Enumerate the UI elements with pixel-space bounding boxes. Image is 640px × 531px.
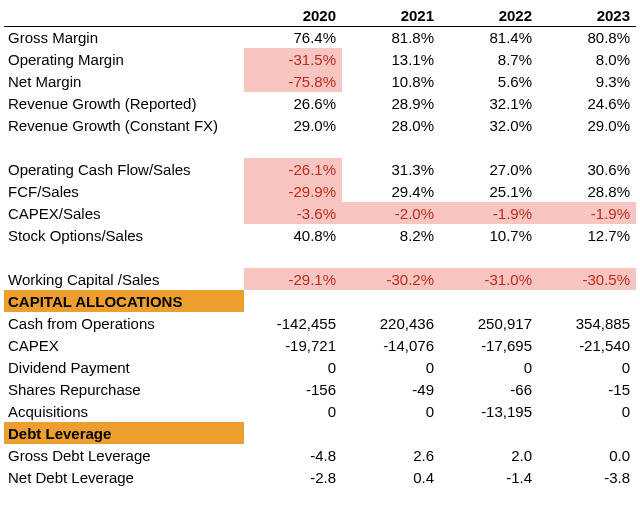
cell-value: 250,917 bbox=[440, 312, 538, 334]
table-row: Debt Leverage bbox=[4, 422, 636, 444]
cell-value: -29.9% bbox=[244, 180, 342, 202]
cell-value: -49 bbox=[342, 378, 440, 400]
header-year: 2020 bbox=[244, 4, 342, 26]
section-header: CAPITAL ALLOCATIONS bbox=[4, 290, 244, 312]
table-row: CAPITAL ALLOCATIONS bbox=[4, 290, 636, 312]
cell-value: 5.6% bbox=[440, 70, 538, 92]
cell-value: -30.5% bbox=[538, 268, 636, 290]
table-row: Gross Margin76.4%81.8%81.4%80.8% bbox=[4, 26, 636, 48]
cell-value: 0 bbox=[342, 400, 440, 422]
row-label: CAPEX/Sales bbox=[4, 202, 244, 224]
cell-value: -4.8 bbox=[244, 444, 342, 466]
cell-value: 10.8% bbox=[342, 70, 440, 92]
row-label: CAPEX bbox=[4, 334, 244, 356]
cell-value: -30.2% bbox=[342, 268, 440, 290]
table-row: Operating Cash Flow/Sales-26.1%31.3%27.0… bbox=[4, 158, 636, 180]
cell-value: 2.0 bbox=[440, 444, 538, 466]
cell-value: -21,540 bbox=[538, 334, 636, 356]
cell-value: -66 bbox=[440, 378, 538, 400]
cell-value: -75.8% bbox=[244, 70, 342, 92]
row-label: Shares Repurchase bbox=[4, 378, 244, 400]
table-row bbox=[4, 136, 636, 158]
row-label: Net Debt Leverage bbox=[4, 466, 244, 488]
cell-value: 30.6% bbox=[538, 158, 636, 180]
table-row: CAPEX-19,721-14,076-17,695-21,540 bbox=[4, 334, 636, 356]
cell-value: 354,885 bbox=[538, 312, 636, 334]
header-year: 2022 bbox=[440, 4, 538, 26]
row-label: Cash from Operations bbox=[4, 312, 244, 334]
cell-value: -1.4 bbox=[440, 466, 538, 488]
header-row: 2020 2021 2022 2023 bbox=[4, 4, 636, 26]
cell-value: -1.9% bbox=[538, 202, 636, 224]
cell-value: 13.1% bbox=[342, 48, 440, 70]
cell-value: 24.6% bbox=[538, 92, 636, 114]
section-header: Debt Leverage bbox=[4, 422, 244, 444]
cell-value: 8.0% bbox=[538, 48, 636, 70]
cell-value: 0.4 bbox=[342, 466, 440, 488]
header-blank bbox=[4, 4, 244, 26]
cell-value: 220,436 bbox=[342, 312, 440, 334]
table-row: Gross Debt Leverage-4.82.62.00.0 bbox=[4, 444, 636, 466]
cell-value: -13,195 bbox=[440, 400, 538, 422]
table-row: Working Capital /Sales-29.1%-30.2%-31.0%… bbox=[4, 268, 636, 290]
cell-value: 0 bbox=[440, 356, 538, 378]
cell-value: -29.1% bbox=[244, 268, 342, 290]
row-label: Working Capital /Sales bbox=[4, 268, 244, 290]
cell-value: 27.0% bbox=[440, 158, 538, 180]
cell-value: -2.0% bbox=[342, 202, 440, 224]
cell-value: 29.0% bbox=[244, 114, 342, 136]
cell-value: 0 bbox=[244, 400, 342, 422]
cell-value: 29.4% bbox=[342, 180, 440, 202]
cell-value: 0 bbox=[538, 356, 636, 378]
table-row: Cash from Operations-142,455220,436250,9… bbox=[4, 312, 636, 334]
header-year: 2023 bbox=[538, 4, 636, 26]
header-year: 2021 bbox=[342, 4, 440, 26]
cell-value: 28.8% bbox=[538, 180, 636, 202]
table-row bbox=[4, 246, 636, 268]
table-row: Net Margin-75.8%10.8%5.6%9.3% bbox=[4, 70, 636, 92]
cell-value: -14,076 bbox=[342, 334, 440, 356]
cell-value: 40.8% bbox=[244, 224, 342, 246]
cell-value: 28.9% bbox=[342, 92, 440, 114]
cell-value: -3.8 bbox=[538, 466, 636, 488]
cell-value: -15 bbox=[538, 378, 636, 400]
cell-value: 0.0 bbox=[538, 444, 636, 466]
cell-value: 81.4% bbox=[440, 26, 538, 48]
cell-value: 32.0% bbox=[440, 114, 538, 136]
cell-value: 25.1% bbox=[440, 180, 538, 202]
cell-value: -17,695 bbox=[440, 334, 538, 356]
cell-value: 29.0% bbox=[538, 114, 636, 136]
row-label: Operating Margin bbox=[4, 48, 244, 70]
row-label: Dividend Payment bbox=[4, 356, 244, 378]
row-label: Operating Cash Flow/Sales bbox=[4, 158, 244, 180]
table-row: Net Debt Leverage-2.80.4-1.4-3.8 bbox=[4, 466, 636, 488]
cell-value: 81.8% bbox=[342, 26, 440, 48]
row-label: Revenue Growth (Reported) bbox=[4, 92, 244, 114]
table-row: FCF/Sales-29.9%29.4%25.1%28.8% bbox=[4, 180, 636, 202]
cell-value: 8.2% bbox=[342, 224, 440, 246]
row-label: Gross Debt Leverage bbox=[4, 444, 244, 466]
cell-value: 32.1% bbox=[440, 92, 538, 114]
cell-value: -156 bbox=[244, 378, 342, 400]
cell-value: 0 bbox=[342, 356, 440, 378]
cell-value: 10.7% bbox=[440, 224, 538, 246]
cell-value: -2.8 bbox=[244, 466, 342, 488]
table-row: Acquisitions00-13,1950 bbox=[4, 400, 636, 422]
table-row: Operating Margin-31.5%13.1%8.7%8.0% bbox=[4, 48, 636, 70]
row-label: Gross Margin bbox=[4, 26, 244, 48]
table-row: Shares Repurchase-156-49-66-15 bbox=[4, 378, 636, 400]
table-row: Revenue Growth (Constant FX)29.0%28.0%32… bbox=[4, 114, 636, 136]
table-row: Revenue Growth (Reported)26.6%28.9%32.1%… bbox=[4, 92, 636, 114]
cell-value: -31.5% bbox=[244, 48, 342, 70]
table-row: Stock Options/Sales40.8%8.2%10.7%12.7% bbox=[4, 224, 636, 246]
cell-value: 12.7% bbox=[538, 224, 636, 246]
cell-value: 28.0% bbox=[342, 114, 440, 136]
cell-value: 26.6% bbox=[244, 92, 342, 114]
cell-value: -19,721 bbox=[244, 334, 342, 356]
cell-value: 76.4% bbox=[244, 26, 342, 48]
cell-value: -3.6% bbox=[244, 202, 342, 224]
row-label: Acquisitions bbox=[4, 400, 244, 422]
cell-value: -26.1% bbox=[244, 158, 342, 180]
cell-value: 9.3% bbox=[538, 70, 636, 92]
cell-value: -31.0% bbox=[440, 268, 538, 290]
